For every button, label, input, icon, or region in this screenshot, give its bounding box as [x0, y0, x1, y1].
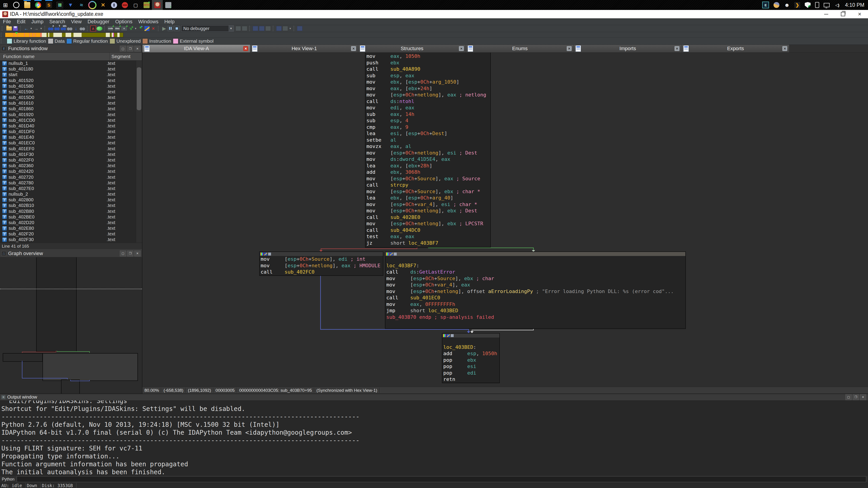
graph-node-fallthrough[interactable]: mov [esp+0Ch+Source], edi ; intmov [esp+… [259, 252, 383, 276]
function-row[interactable]: fsub_401590.text [0, 89, 136, 95]
output-log[interactable]: Edit/Plugins/IDASkins: SettingsShortcut … [0, 400, 868, 475]
ida-taskbar-icon[interactable] [152, 0, 163, 10]
menu-view[interactable]: View [68, 18, 85, 25]
dolphin-app-icon[interactable]: ≈ [76, 0, 87, 10]
function-row[interactable]: fsub_401CD0.text [0, 118, 136, 123]
close-button[interactable]: × [851, 10, 868, 18]
jump-forward-button[interactable]: → [33, 26, 39, 31]
create-function-button[interactable]: * [138, 26, 144, 31]
autoanalysis-indicator[interactable] [96, 26, 102, 31]
restore-button[interactable] [835, 10, 851, 18]
minimap-viewport[interactable] [0, 289, 142, 289]
plex-tray-icon[interactable]: ❯ [794, 2, 800, 8]
function-row[interactable]: fsub_402780.text [0, 180, 136, 186]
column-function-name[interactable]: Function name [0, 53, 110, 60]
views-dropdown[interactable]: ▼ [289, 26, 292, 31]
search-again-button[interactable] [67, 26, 72, 31]
overview-float-button[interactable]: ❐ [127, 251, 133, 256]
jump-back-button[interactable]: ← [23, 26, 29, 31]
tab-hex-view-1[interactable]: Hex View-1✕ [250, 45, 358, 53]
toolbar-handle[interactable] [2, 26, 4, 31]
function-row[interactable]: fsub_401520.text [0, 78, 136, 84]
functions-scrollbar[interactable] [136, 61, 142, 242]
function-row[interactable]: fsub_401D40.text [0, 123, 136, 129]
tab-structures[interactable]: Structures✕ [358, 45, 466, 53]
minimize-button[interactable] [818, 10, 835, 18]
undefine-button[interactable]: × [150, 26, 156, 31]
combo-dropdown-icon[interactable]: ▼ [228, 26, 234, 31]
function-row[interactable]: fnullsub_2.text [0, 191, 136, 197]
device-manager-icon[interactable]: ▢ [130, 0, 141, 10]
network-tray-icon[interactable] [824, 3, 830, 7]
jump-address-button[interactable]: # [48, 26, 54, 31]
menu-help[interactable]: Help [161, 18, 178, 25]
unlocker-icon[interactable] [163, 0, 174, 10]
navigation-band[interactable] [5, 33, 123, 37]
string-type-dropdown[interactable]: ▼ [134, 26, 137, 31]
save-button[interactable] [12, 26, 18, 31]
function-row[interactable]: fstart.text [0, 72, 136, 77]
sandboxie-icon[interactable]: ✕ [98, 0, 108, 10]
edit-function-button[interactable] [144, 26, 150, 31]
clock[interactable]: 4:10 PM [845, 2, 864, 8]
function-row[interactable]: fsub_402E80.text [0, 225, 136, 231]
function-row[interactable]: fsub_401920.text [0, 112, 136, 118]
search-icon[interactable] [11, 0, 22, 10]
function-row[interactable]: fsub_402360.text [0, 163, 136, 168]
tab-close-icon[interactable]: ✕ [459, 46, 464, 51]
node-edit-icon[interactable] [390, 253, 393, 256]
node-edit-icon[interactable] [264, 253, 267, 256]
create-name-button[interactable]: A [121, 26, 127, 31]
menu-options[interactable]: Options [112, 18, 135, 25]
jump-xref-button[interactable]: ↓ [73, 26, 79, 31]
menu-jump[interactable]: Jump [28, 18, 46, 25]
output-float-button[interactable]: ❐ [852, 394, 859, 400]
graph-overview-minimap[interactable] [0, 257, 142, 394]
graph-node-entry[interactable]: mov eax, 1050hpush ebxcall sub_40A890sub… [365, 53, 491, 248]
threads-view-icon[interactable] [282, 26, 288, 31]
tab-ida-view-a[interactable]: IDA View-A✕ [143, 45, 250, 53]
function-row[interactable]: fsub_402BE0.text [0, 214, 136, 220]
function-row[interactable]: fnullsub_1.text [0, 61, 136, 66]
chrome-icon[interactable] [33, 0, 43, 10]
function-row[interactable]: fsub_401DF0.text [0, 129, 136, 134]
sublime-text-icon[interactable]: S [43, 0, 54, 10]
tab-close-icon[interactable]: ✕ [675, 46, 680, 51]
function-row[interactable]: fsub_402720.text [0, 174, 136, 180]
problems-list-button[interactable]: A [90, 26, 96, 31]
overview-maximize-button[interactable]: ▢ [120, 251, 126, 256]
function-row[interactable]: fsub_401F30.text [0, 152, 136, 157]
ring-app-icon[interactable] [87, 0, 98, 10]
trace-icon[interactable] [265, 26, 271, 31]
function-row[interactable]: fsub_402D20.text [0, 220, 136, 225]
functions-maximize-button[interactable]: ▢ [120, 46, 126, 52]
function-row[interactable]: fsub_402B10.text [0, 203, 136, 208]
toolbar-handle[interactable] [1, 33, 4, 37]
jump-forward-dropdown[interactable]: ▼ [39, 26, 43, 31]
discord-tray-icon[interactable]: ☻ [784, 2, 790, 8]
file-explorer-icon[interactable] [22, 0, 33, 10]
step-over-icon[interactable] [242, 26, 248, 31]
watches-icon[interactable] [259, 26, 265, 31]
function-row[interactable]: fsub_401610.text [0, 100, 136, 106]
functions-scrollbar-thumb[interactable] [137, 67, 141, 110]
stack-view-icon[interactable] [276, 26, 282, 31]
node-group-icon[interactable] [268, 253, 271, 256]
function-row[interactable]: fsub_402800.text [0, 197, 136, 203]
overview-close-button[interactable]: ✕ [134, 251, 141, 256]
step-into-icon[interactable] [235, 26, 241, 31]
column-segment[interactable]: Segment [110, 53, 142, 60]
tab-close-icon[interactable]: ✕ [243, 46, 248, 51]
node-color-icon[interactable] [386, 253, 389, 256]
node-color-icon[interactable] [260, 253, 264, 256]
create-data-button[interactable]: data [114, 26, 121, 31]
function-row[interactable]: fsub_401860.text [0, 106, 136, 111]
open-file-button[interactable] [6, 26, 12, 31]
menu-windows[interactable]: Windows [135, 18, 161, 25]
function-row[interactable]: fsub_402420.text [0, 168, 136, 174]
tab-close-icon[interactable]: ✕ [567, 46, 572, 51]
create-string-button[interactable]: 's [128, 26, 133, 31]
function-row[interactable]: fsub_401EF0.text [0, 146, 136, 152]
node-color-icon[interactable] [443, 334, 446, 337]
node-group-icon[interactable] [451, 334, 454, 337]
